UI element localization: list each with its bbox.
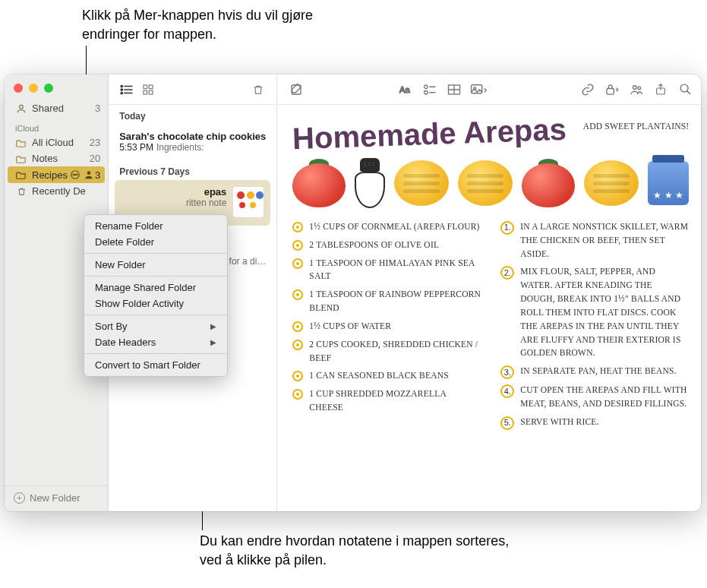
table-button[interactable] [443,80,466,100]
folder-icon [15,138,27,147]
lock-button[interactable] [601,80,623,100]
menu-separator [84,276,227,277]
sidebar-item-count: 3 [95,169,100,181]
bullet-icon [292,340,303,350]
svg-rect-15 [150,90,153,94]
sidebar-item-count: 3 [95,103,100,114]
menu-item-label: Manage Shared Folder [95,282,196,293]
svg-rect-13 [150,85,153,89]
menu-item-rename-folder[interactable]: Rename Folder [84,218,227,234]
step-item: In a large nonstick skillet, warm the ch… [520,220,689,261]
more-icon[interactable] [69,169,81,181]
sidebar-item-notes[interactable]: Notes 20 [5,150,108,166]
ingredients-list: 1½ cups of cornmeal (arepa flour) 2 tabl… [292,220,481,435]
sidebar-item-count: 23 [90,137,100,148]
share-button[interactable] [649,80,672,100]
note-illustration: : : : [292,158,689,208]
bullet-icon [292,289,303,300]
menu-separator [84,353,227,354]
compose-button[interactable] [285,80,308,100]
svg-point-2 [73,174,74,175]
ingredient-item: 1 cup shredded mozzarella cheese [309,387,481,415]
content-toolbar: Aa [277,74,701,105]
plantain-drawing [458,160,513,206]
step-number-icon: 3. [500,365,514,379]
menu-item-show-folder-activity[interactable]: Show Folder Activity [84,296,227,311]
bullet-icon [292,389,303,400]
svg-point-10 [121,88,122,90]
svg-point-11 [121,92,122,93]
format-button[interactable]: Aa [394,80,417,100]
ingredient-item: 1 can seasoned black beans [309,369,448,383]
app-window: Shared 3 iCloud All iCloud 23 Notes 20 R… [5,74,701,511]
ingredient-item: 2 cups cooked, shredded chicken / beef [309,338,481,365]
note-subtitle: 5:53 PMIngredients: [119,142,266,153]
step-item: In separate pan, heat the beans. [520,365,676,379]
minimize-window-button[interactable] [29,84,38,93]
shaker-drawing: : : : [355,158,385,208]
menu-item-date-headers[interactable]: Date Headers▶ [84,334,227,350]
menu-item-label: Show Folder Activity [95,298,184,309]
sidebar-item-all-icloud[interactable]: All iCloud 23 [5,134,108,150]
view-grid-button[interactable] [137,81,159,99]
menu-item-convert-to-smart-folder[interactable]: Convert to Smart Folder [84,357,227,373]
zoom-window-button[interactable] [44,84,53,93]
list-toolbar [109,74,276,105]
svg-rect-27 [607,88,614,94]
menu-item-sort-by[interactable]: Sort By▶ [84,318,227,334]
step-number-icon: 4. [500,384,514,398]
sidebar-item-label: Notes [32,153,90,164]
menu-separator [84,253,227,254]
tomato-drawing [292,159,346,207]
view-list-button[interactable] [116,81,137,99]
bullet-icon [292,240,303,251]
menu-item-delete-folder[interactable]: Delete Folder [84,234,227,250]
step-item: Serve with rice. [520,416,598,430]
sidebar-item-label: Recipes [32,169,68,181]
callout-bottom: Du kan endre hvordan notatene i mappen s… [200,532,526,570]
svg-point-29 [638,86,641,89]
note-annotation: ADD SWEET PLANTAINS! [583,122,690,131]
sidebar-item-recipes[interactable]: Recipes 3 [8,166,105,183]
svg-point-31 [680,84,688,92]
link-button[interactable] [576,80,599,100]
bullet-icon [292,321,303,332]
note-list-item[interactable]: Sarah's chocolate chip cookies 5:53 PMIn… [109,125,276,160]
checklist-button[interactable] [418,80,441,100]
folder-icon [15,170,27,179]
media-button[interactable] [467,80,490,100]
menu-item-label: Date Headers [95,337,156,348]
step-item: Mix flour, salt, pepper, and water. Afte… [520,265,689,360]
menu-separator [84,315,227,315]
note-content-pane: Aa Homemade Arepas ADD SWEET PLANTAINS! … [277,74,701,511]
menu-item-manage-shared-folder[interactable]: Manage Shared Folder [84,280,227,296]
svg-point-18 [425,85,428,89]
new-folder-button[interactable]: + New Folder [5,485,108,511]
list-section-header: Today [109,105,276,125]
ingredient-item: 1½ cups of cornmeal (arepa flour) [309,220,479,234]
search-button[interactable] [674,80,696,100]
note-body[interactable]: Homemade Arepas ADD SWEET PLANTAINS! : :… [277,105,701,511]
steps-list: 1.In a large nonstick skillet, warm the … [500,220,689,435]
menu-item-label: Rename Folder [95,220,163,232]
window-controls [5,74,108,100]
shared-folder-icon [83,169,95,181]
sidebar-section-header: iCloud [5,116,108,134]
trash-icon [15,186,27,197]
sidebar-item-label: Shared [32,103,95,114]
note-subtitle: ritten note [121,198,226,208]
sidebar-item-count: 20 [90,153,100,164]
chevron-right-icon: ▶ [210,338,216,346]
menu-item-new-folder[interactable]: New Folder [84,257,227,273]
ingredient-item: 1 teaspoon of Himalayan pink sea salt [309,257,481,284]
sidebar-item-shared[interactable]: Shared 3 [5,100,108,116]
close-window-button[interactable] [14,84,23,93]
sidebar-item-recently-deleted[interactable]: Recently De [5,183,108,199]
bullet-icon [292,222,303,232]
list-section-header: Previous 7 Days [109,160,276,180]
svg-rect-14 [144,90,147,94]
delete-note-button[interactable] [248,81,269,99]
collaborate-button[interactable] [625,80,648,100]
step-number-icon: 5. [500,416,514,430]
new-folder-label: New Folder [30,492,80,504]
